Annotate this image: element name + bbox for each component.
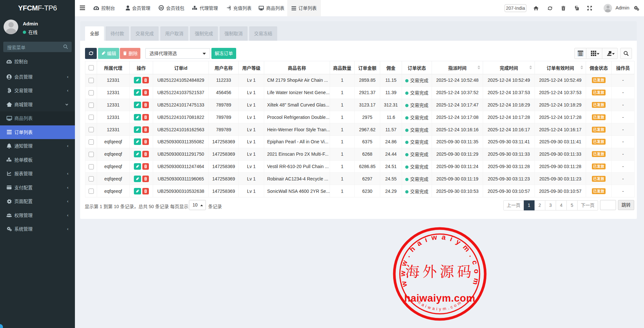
svg-text:haiwaiym.com: haiwaiym.com — [404, 292, 475, 304]
svg-text:海外源码: 海外源码 — [405, 264, 474, 280]
svg-text:www.haiwaiym.com: www.haiwaiym.com — [398, 233, 481, 290]
